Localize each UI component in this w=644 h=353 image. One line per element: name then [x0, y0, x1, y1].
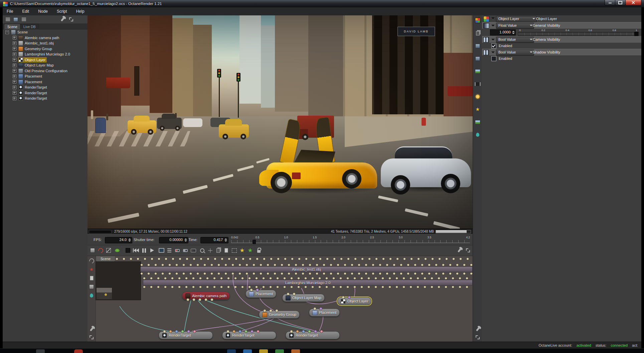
- subsample-icon[interactable]: [166, 247, 172, 253]
- expand-box-icon[interactable]: [13, 58, 16, 62]
- float-value-spinbox[interactable]: 1.0000: [490, 29, 516, 35]
- zoom-region-icon[interactable]: [199, 247, 205, 253]
- save-image-icon[interactable]: [90, 247, 96, 253]
- expand-box-icon[interactable]: [13, 86, 16, 89]
- tree-row[interactable]: Alembic camera path: [3, 35, 88, 41]
- taskbar-app-icon[interactable]: [275, 349, 284, 353]
- menu-file[interactable]: File: [3, 7, 17, 15]
- tree-row-scene[interactable]: Scene: [3, 29, 88, 35]
- taskbar-app-icon[interactable]: [291, 349, 300, 353]
- taskbar-app-icon[interactable]: [259, 349, 268, 353]
- slider-track[interactable]: [518, 32, 639, 36]
- time-spinbox[interactable]: 0.417: [200, 237, 228, 243]
- render-viewport[interactable]: DAVID LAMB: [88, 15, 473, 229]
- image-icon[interactable]: [475, 68, 481, 74]
- display-mode-icon[interactable]: [158, 247, 164, 253]
- material-preview-icon[interactable]: [89, 292, 95, 299]
- param-type-dropdown[interactable]: Bool Value: [496, 49, 534, 55]
- expand-box-icon[interactable]: [13, 41, 16, 45]
- wrench-icon[interactable]: [456, 247, 462, 253]
- expand-box-icon[interactable]: [13, 75, 16, 78]
- spinner-arrows-icon[interactable]: [224, 238, 227, 242]
- resize-viewport-icon[interactable]: [106, 247, 112, 253]
- collapse-box-icon[interactable]: [5, 30, 9, 34]
- tree-row[interactable]: Object Layer Map: [3, 63, 88, 68]
- expand-icon[interactable]: [475, 334, 481, 340]
- float-value-slider[interactable]: 0 0.2 0.4 0.6 0.8 1: [518, 29, 638, 36]
- save-all-icon[interactable]: [475, 55, 481, 62]
- expand-box-icon[interactable]: [13, 91, 16, 95]
- rewind-icon[interactable]: [133, 247, 139, 253]
- tree-row[interactable]: Alembic_test1.obj: [3, 40, 88, 46]
- menu-script[interactable]: Script: [53, 7, 71, 15]
- minimize-button[interactable]: [605, 0, 615, 5]
- region-render-icon[interactable]: [231, 247, 237, 253]
- wrench-icon[interactable]: [89, 326, 95, 332]
- menu-node[interactable]: Node: [34, 7, 52, 15]
- menu-edit[interactable]: Edit: [18, 7, 33, 15]
- copy-node-icon[interactable]: [89, 275, 95, 281]
- tree-row[interactable]: RenderTarget: [3, 90, 88, 96]
- node-render-target[interactable]: RenderTarget: [159, 331, 213, 339]
- pause-icon[interactable]: [141, 247, 147, 253]
- expand-icon[interactable]: [465, 247, 471, 253]
- taskbar-app-icon[interactable]: [74, 349, 83, 353]
- tree-row[interactable]: RenderTarget: [3, 96, 88, 101]
- timeline-ruler[interactable]: 0.042 0.5 1.0 1.5 2.0 2.5 3.0 3.5 4.2: [231, 236, 470, 244]
- expand-icon[interactable]: [89, 334, 95, 340]
- node-alembic-camera-path[interactable]: Alembic camera path: [182, 292, 230, 300]
- save-icon[interactable]: [475, 43, 481, 49]
- taskbar-app-icon[interactable]: [243, 349, 252, 353]
- expand-box-icon[interactable]: [13, 64, 16, 67]
- spinner-arrows-icon[interactable]: [128, 238, 131, 242]
- expand-box-icon[interactable]: [13, 47, 16, 50]
- taskbar-app-icon[interactable]: [36, 349, 45, 353]
- tree-row[interactable]: Placement: [3, 74, 88, 79]
- play-icon[interactable]: [149, 247, 155, 253]
- node-render-target[interactable]: RenderTarget: [222, 331, 276, 339]
- node-graph-tab[interactable]: Scene: [96, 256, 115, 261]
- copy-icon[interactable]: [215, 247, 221, 253]
- outliner-list-icon[interactable]: [5, 17, 11, 22]
- workspace-icon[interactable]: [475, 17, 481, 23]
- render-teapot-icon[interactable]: [114, 247, 120, 253]
- node-graph-editor[interactable]: Scene Alembic_test1.obj Lamborghini Murc…: [88, 256, 473, 342]
- maximize-button[interactable]: [615, 0, 626, 5]
- param-type-dropdown[interactable]: Bool Value: [496, 37, 534, 43]
- stop-icon[interactable]: [125, 247, 131, 253]
- title-bar[interactable]: C:\Users\Sam\Documents\rubymoblur_octane…: [0, 0, 644, 8]
- wrench-icon[interactable]: [475, 326, 481, 332]
- live-camera-icon[interactable]: [174, 247, 180, 253]
- timeline-track[interactable]: [231, 240, 470, 243]
- copy-icon[interactable]: [475, 30, 481, 36]
- tree-row[interactable]: Placement: [3, 79, 88, 85]
- collapse-triangle-icon[interactable]: [491, 17, 495, 21]
- expand-box-icon[interactable]: [13, 80, 16, 84]
- expand-box-icon[interactable]: [13, 69, 16, 73]
- outliner-import-icon[interactable]: [21, 17, 27, 22]
- node-placement[interactable]: Placement: [309, 309, 340, 317]
- tree-row[interactable]: Geometry Group: [3, 46, 88, 52]
- collapse-triangle-icon[interactable]: [491, 39, 495, 42]
- group-node-icon[interactable]: [89, 284, 95, 290]
- tree-row[interactable]: Lamborghini Murcielago 2.0: [3, 51, 88, 57]
- clipboard-icon[interactable]: [223, 247, 229, 253]
- fps-spinbox[interactable]: 24.0: [105, 237, 132, 243]
- sun-icon[interactable]: [475, 94, 481, 100]
- gallery-icon[interactable]: [475, 119, 481, 125]
- spinner-arrows-icon[interactable]: [184, 238, 187, 242]
- expand-box-icon[interactable]: [13, 52, 16, 56]
- shutter-time-spinbox[interactable]: 0.00000: [159, 237, 188, 243]
- filmstrip-icon[interactable]: [475, 81, 481, 87]
- tree-row[interactable]: Old Preview Configuration: [3, 68, 88, 74]
- slider-handle[interactable]: [634, 32, 638, 36]
- collapse-triangle-icon[interactable]: [491, 51, 495, 55]
- camera-icon[interactable]: [182, 247, 188, 253]
- tree-row[interactable]: RenderTarget: [3, 85, 88, 90]
- star-icon[interactable]: [475, 106, 481, 112]
- star-green-icon[interactable]: [247, 247, 253, 253]
- camera-alt-icon[interactable]: [190, 247, 196, 253]
- collapse-triangle-icon[interactable]: [491, 25, 495, 28]
- mesh-rail-node[interactable]: Lamborghini Murcielago 2.0: [143, 277, 473, 288]
- node-type-dropdown[interactable]: Object Layer: [496, 16, 537, 22]
